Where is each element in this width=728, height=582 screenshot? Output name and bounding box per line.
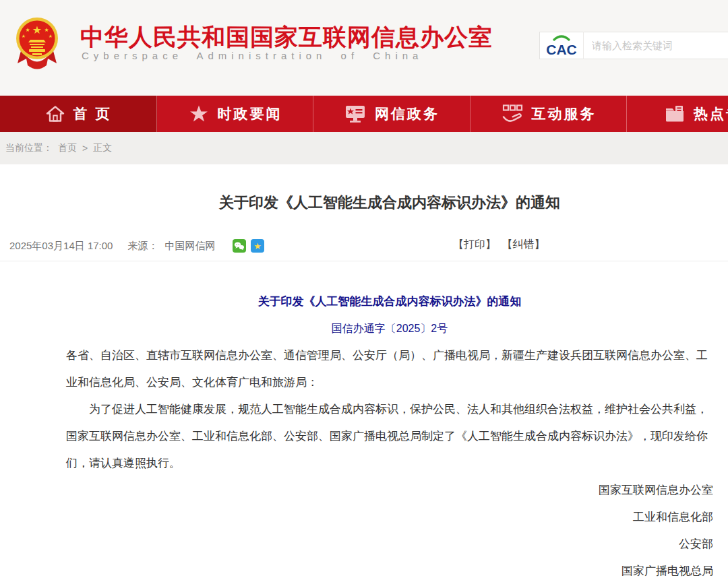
article-page: 关于印发《人工智能生成合成内容标识办法》的通知 2025年03月14日 17:0… bbox=[0, 193, 728, 582]
article-actions: 【打印】 【纠错】 bbox=[453, 238, 547, 252]
search-input[interactable] bbox=[584, 32, 728, 59]
svg-text:★: ★ bbox=[44, 27, 49, 33]
source-name: 中国网信网 bbox=[164, 240, 215, 253]
wechat-share-icon[interactable] bbox=[233, 239, 246, 253]
correction-button[interactable]: 【纠错】 bbox=[502, 238, 545, 250]
signature-nrta: 国家广播电视总局 bbox=[66, 558, 713, 582]
breadcrumb-home-link[interactable]: 首页 bbox=[58, 142, 77, 154]
signature-mps: 公安部 bbox=[66, 531, 713, 558]
svg-text:★: ★ bbox=[22, 34, 26, 38]
breadcrumb-prefix: 当前位置： bbox=[5, 142, 53, 154]
svg-text:CAC: CAC bbox=[546, 42, 577, 57]
print-button[interactable]: 【打印】 bbox=[453, 238, 496, 250]
share-icons: ★ bbox=[233, 239, 264, 253]
nav-item-news[interactable]: 时政要闻 bbox=[157, 96, 313, 132]
paragraph-body: 为了促进人工智能健康发展，规范人工智能生成合成内容标识，保护公民、法人和其他组织… bbox=[66, 396, 713, 477]
source-label: 来源： bbox=[127, 240, 158, 253]
publish-date: 2025年03月14日 17:00 bbox=[9, 240, 113, 253]
nav-label-services: 互动服务 bbox=[532, 104, 597, 123]
star-icon bbox=[188, 104, 210, 124]
article-meta-left: 2025年03月14日 17:00 来源： 中国网信网 ★ bbox=[9, 237, 264, 255]
main-nav: 首 页 时政要闻 网信政务 互动服务 bbox=[0, 96, 728, 132]
article-meta: 2025年03月14日 17:00 来源： 中国网信网 ★ bbox=[0, 237, 728, 255]
site-title[interactable]: 中华人民共和国国家互联网信息办公室 bbox=[80, 22, 493, 53]
search-box: CAC bbox=[539, 32, 728, 59]
nav-item-egov[interactable]: 网信政务 bbox=[313, 96, 471, 132]
nav-label-news: 时政要闻 bbox=[218, 104, 282, 123]
nav-label-topics: 热点专题 bbox=[694, 104, 728, 123]
svg-text:★: ★ bbox=[49, 34, 53, 38]
signature-miit: 工业和信息化部 bbox=[66, 504, 713, 531]
breadcrumb-current: 正文 bbox=[93, 142, 112, 154]
svg-text:★: ★ bbox=[254, 241, 262, 251]
national-emblem-icon[interactable]: ★ ★ ★ ★ ★ bbox=[15, 16, 59, 73]
article-body: 关于印发《人工智能生成合成内容标识办法》的通知 国信办通字〔2025〕2号 各省… bbox=[66, 288, 713, 582]
service-hand-icon bbox=[501, 104, 524, 124]
folder-icon bbox=[664, 104, 686, 124]
monitor-icon bbox=[344, 104, 367, 124]
page-title: 关于印发《人工智能生成合成内容标识办法》的通知 bbox=[66, 193, 713, 213]
breadcrumb: 当前位置： 首页 > 正文 bbox=[0, 132, 728, 164]
qzone-share-icon[interactable]: ★ bbox=[251, 239, 264, 253]
paragraph-addressee: 各省、自治区、直辖市互联网信息办公室、通信管理局、公安厅（局）、广播电视局，新疆… bbox=[66, 342, 713, 396]
doc-number: 国信办通字〔2025〕2号 bbox=[66, 315, 713, 342]
nav-label-home: 首 页 bbox=[73, 104, 112, 123]
site-header: ★ ★ ★ ★ ★ 中华人民共和国国家互联网信息办公室 Cyberspace A… bbox=[0, 0, 728, 96]
svg-text:★: ★ bbox=[32, 24, 42, 36]
site-subtitle: Cyberspace Administration of China bbox=[82, 50, 423, 61]
svg-text:★: ★ bbox=[25, 27, 30, 33]
cac-logo-icon: CAC bbox=[540, 32, 583, 59]
meta-divider bbox=[0, 261, 728, 261]
nav-label-egov: 网信政务 bbox=[375, 104, 439, 123]
nav-item-home[interactable]: 首 页 bbox=[0, 96, 157, 132]
home-icon bbox=[45, 104, 65, 124]
nav-item-topics[interactable]: 热点专题 bbox=[627, 96, 728, 132]
doc-title: 关于印发《人工智能生成合成内容标识办法》的通知 bbox=[66, 288, 713, 315]
nav-item-services[interactable]: 互动服务 bbox=[471, 96, 627, 132]
signature-cac: 国家互联网信息办公室 bbox=[66, 477, 713, 504]
breadcrumb-separator: > bbox=[82, 143, 88, 154]
